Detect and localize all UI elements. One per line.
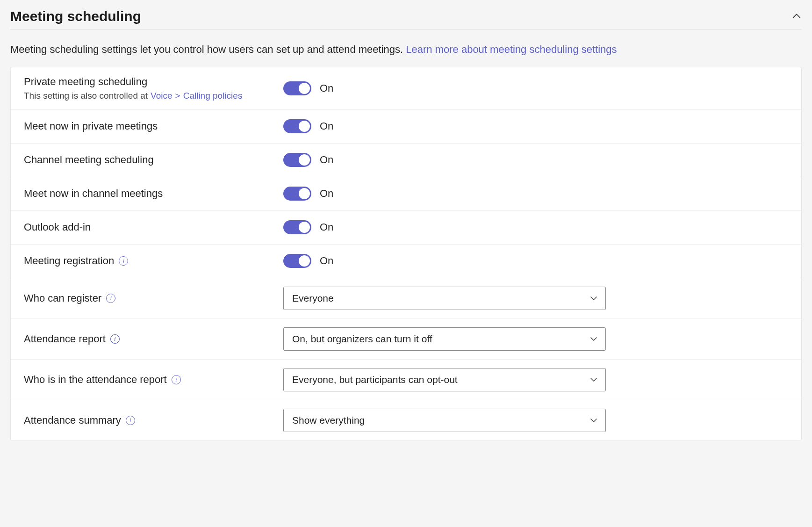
meeting-registration-toggle[interactable]: [283, 254, 311, 268]
row-attendance-summary: Attendance summary i Show everything: [11, 400, 801, 440]
channel-meeting-scheduling-toggle[interactable]: [283, 153, 311, 167]
channel-meeting-scheduling-toggle-state: On: [320, 154, 333, 166]
who-in-attendance-report-label-text: Who is in the attendance report: [24, 374, 167, 386]
row-control: Everyone, but participants can opt-out: [283, 368, 788, 391]
row-label-area: Attendance report i: [24, 333, 283, 345]
meet-now-channel-label: Meet now in channel meetings: [24, 188, 163, 200]
row-label-area: Attendance summary i: [24, 414, 283, 426]
row-label-area: Meet now in private meetings: [24, 120, 283, 132]
who-in-attendance-report-value: Everyone, but participants can opt-out: [292, 374, 458, 385]
section-description-text: Meeting scheduling settings let you cont…: [10, 43, 403, 55]
row-label-area: Who can register i: [24, 292, 283, 304]
who-in-attendance-report-label: Who is in the attendance report i: [24, 374, 181, 386]
row-control: Everyone: [283, 287, 788, 310]
channel-meeting-scheduling-label: Channel meeting scheduling: [24, 154, 154, 166]
attendance-report-label: Attendance report i: [24, 333, 120, 345]
private-meeting-scheduling-label: Private meeting scheduling: [24, 76, 147, 88]
row-control: On, but organizers can turn it off: [283, 327, 788, 351]
attendance-report-value: On, but organizers can turn it off: [292, 333, 432, 345]
info-icon[interactable]: i: [172, 375, 181, 384]
meet-now-private-toggle[interactable]: [283, 119, 311, 133]
who-can-register-label-text: Who can register: [24, 292, 101, 304]
row-label-area: Meet now in channel meetings: [24, 188, 283, 200]
info-icon[interactable]: i: [110, 334, 120, 344]
settings-card: Private meeting scheduling This setting …: [10, 67, 802, 441]
breadcrumb-separator: >: [175, 91, 180, 101]
learn-more-link[interactable]: Learn more about meeting scheduling sett…: [406, 43, 617, 55]
chevron-down-icon: [589, 294, 598, 303]
meet-now-channel-toggle[interactable]: [283, 187, 311, 201]
meeting-registration-toggle-state: On: [320, 255, 333, 267]
outlook-addin-toggle[interactable]: [283, 220, 311, 234]
section-header: Meeting scheduling: [10, 8, 802, 29]
row-who-can-register: Who can register i Everyone: [11, 278, 801, 319]
chevron-down-icon: [589, 335, 598, 343]
chevron-up-icon: [791, 11, 802, 22]
section-title: Meeting scheduling: [10, 8, 141, 24]
outlook-addin-toggle-state: On: [320, 221, 333, 233]
calling-policies-link[interactable]: Calling policies: [183, 91, 243, 101]
row-label-area: Who is in the attendance report i: [24, 374, 283, 386]
row-meet-now-private: Meet now in private meetings On: [11, 110, 801, 144]
row-label-area: Meeting registration i: [24, 255, 283, 267]
row-who-in-attendance-report: Who is in the attendance report i Everyo…: [11, 360, 801, 400]
meeting-registration-label-text: Meeting registration: [24, 255, 114, 267]
row-control: On: [283, 119, 788, 133]
attendance-summary-value: Show everything: [292, 415, 365, 426]
outlook-addin-label: Outlook add-in: [24, 221, 91, 233]
attendance-summary-label-text: Attendance summary: [24, 414, 121, 426]
collapse-section-button[interactable]: [791, 11, 802, 22]
row-label-area: Private meeting scheduling This setting …: [24, 76, 283, 101]
row-private-meeting-scheduling: Private meeting scheduling This setting …: [11, 67, 801, 110]
info-icon[interactable]: i: [126, 416, 135, 425]
row-control: On: [283, 153, 788, 167]
meeting-scheduling-section: Meeting scheduling Meeting scheduling se…: [0, 0, 812, 441]
meeting-registration-label: Meeting registration i: [24, 255, 128, 267]
row-control: On: [283, 220, 788, 234]
meet-now-private-label: Meet now in private meetings: [24, 120, 158, 132]
row-control: On: [283, 254, 788, 268]
row-attendance-report: Attendance report i On, but organizers c…: [11, 319, 801, 360]
sublabel-prefix: This setting is also controlled at: [24, 91, 148, 101]
who-in-attendance-report-select[interactable]: Everyone, but participants can opt-out: [283, 368, 606, 391]
attendance-summary-label: Attendance summary i: [24, 414, 135, 426]
private-meeting-scheduling-sublabel: This setting is also controlled at Voice…: [24, 91, 272, 101]
voice-link[interactable]: Voice: [151, 91, 172, 101]
chevron-down-icon: [589, 375, 598, 384]
row-outlook-addin: Outlook add-in On: [11, 211, 801, 245]
attendance-summary-select[interactable]: Show everything: [283, 409, 606, 432]
attendance-report-select[interactable]: On, but organizers can turn it off: [283, 327, 606, 351]
row-meeting-registration: Meeting registration i On: [11, 245, 801, 278]
row-label-area: Outlook add-in: [24, 221, 283, 233]
attendance-report-label-text: Attendance report: [24, 333, 106, 345]
private-meeting-scheduling-toggle[interactable]: [283, 81, 311, 95]
info-icon[interactable]: i: [119, 256, 128, 266]
row-channel-meeting-scheduling: Channel meeting scheduling On: [11, 144, 801, 177]
section-description: Meeting scheduling settings let you cont…: [10, 43, 802, 57]
chevron-down-icon: [589, 416, 598, 425]
row-control: On: [283, 81, 788, 95]
who-can-register-label: Who can register i: [24, 292, 115, 304]
row-control: On: [283, 187, 788, 201]
row-meet-now-channel: Meet now in channel meetings On: [11, 177, 801, 211]
private-meeting-scheduling-toggle-state: On: [320, 82, 333, 94]
who-can-register-select[interactable]: Everyone: [283, 287, 606, 310]
row-label-area: Channel meeting scheduling: [24, 154, 283, 166]
meet-now-channel-toggle-state: On: [320, 188, 333, 200]
meet-now-private-toggle-state: On: [320, 120, 333, 132]
info-icon[interactable]: i: [106, 294, 115, 303]
row-control: Show everything: [283, 409, 788, 432]
who-can-register-value: Everyone: [292, 293, 334, 304]
